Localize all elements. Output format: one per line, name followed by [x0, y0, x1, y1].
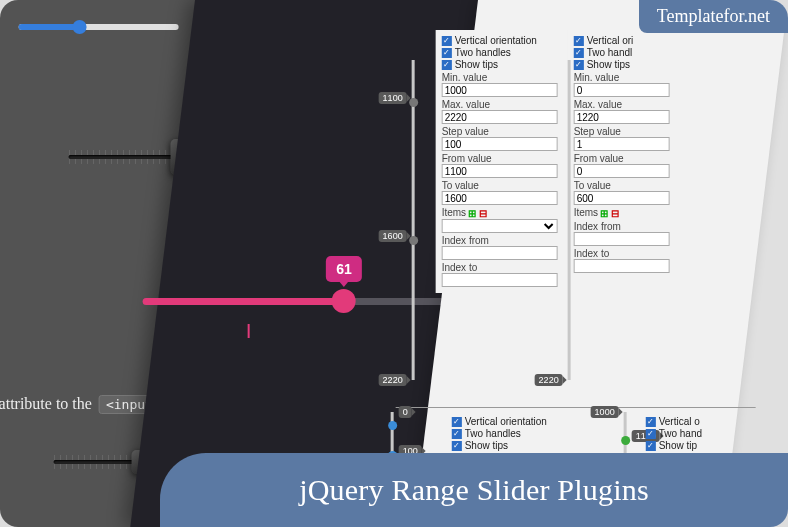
- handle[interactable]: [621, 436, 630, 445]
- label: To value: [442, 180, 558, 191]
- slider-thumb[interactable]: [332, 289, 356, 313]
- slider-thumb[interactable]: [72, 20, 86, 34]
- tooltip: 1000: [591, 406, 619, 418]
- lower-settings-b: Vertical o Two hand Show tip: [646, 415, 746, 452]
- label: From value: [442, 153, 558, 164]
- step-input[interactable]: [442, 137, 558, 151]
- lower-settings-a: Vertical orientation Two handles Show ti…: [452, 415, 622, 452]
- checkbox[interactable]: [452, 417, 462, 427]
- top-settings-row: 1100 1600 2220 Vertical orientation Two …: [436, 30, 756, 293]
- label: Show tip: [659, 440, 697, 451]
- add-icon[interactable]: ⊞: [600, 208, 608, 219]
- min-input[interactable]: [574, 83, 670, 97]
- checkbox[interactable]: [574, 60, 584, 70]
- index-from-input[interactable]: [442, 246, 558, 260]
- index-from-input[interactable]: [574, 232, 670, 246]
- label: Index to: [442, 262, 558, 273]
- tick-mark: [248, 324, 250, 338]
- label: Two hand: [659, 428, 702, 439]
- label: Step value: [574, 126, 670, 137]
- label: Items⊞ ⊟: [574, 207, 670, 219]
- end-label: 2220: [379, 374, 407, 386]
- divider: [396, 407, 756, 408]
- checkbox[interactable]: [646, 417, 656, 427]
- label: Step value: [442, 126, 558, 137]
- end-label: 2220: [535, 374, 563, 386]
- checkbox[interactable]: [452, 429, 462, 439]
- panel-settings: 1100 1600 2220 Vertical orientation Two …: [413, 0, 788, 527]
- checkbox[interactable]: [574, 36, 584, 46]
- step-input[interactable]: [574, 137, 670, 151]
- vertical-slider-1[interactable]: 1100 1600 2220: [412, 60, 415, 380]
- items-select[interactable]: [442, 219, 558, 233]
- label: Min. value: [574, 72, 670, 83]
- slider-track: [19, 24, 179, 30]
- max-input[interactable]: [442, 110, 558, 124]
- tooltip: 0: [399, 406, 412, 418]
- label: Two handles: [465, 428, 521, 439]
- label: Max. value: [574, 99, 670, 110]
- add-icon[interactable]: ⊞: [468, 208, 476, 219]
- label: Vertical orientation: [465, 416, 547, 427]
- slider-fill: [19, 24, 80, 30]
- label: From value: [574, 153, 670, 164]
- label: Show tips: [587, 59, 630, 70]
- checkbox[interactable]: [442, 60, 452, 70]
- label: Index to: [574, 248, 670, 259]
- remove-icon[interactable]: ⊟: [479, 208, 487, 219]
- settings-column-b: Vertical ori Two handl Show tips Min. va…: [568, 30, 676, 293]
- checkbox[interactable]: [646, 429, 656, 439]
- label: Show tips: [455, 59, 498, 70]
- label: To value: [574, 180, 670, 191]
- slider-blue[interactable]: 50: [19, 24, 179, 30]
- settings-column-a: Vertical orientation Two handles Show ti…: [436, 30, 564, 293]
- handle[interactable]: [388, 421, 397, 430]
- label: Show tips: [465, 440, 508, 451]
- checkbox[interactable]: [574, 48, 584, 58]
- checkbox[interactable]: [442, 48, 452, 58]
- tooltip: 1100: [379, 92, 407, 104]
- from-input[interactable]: [574, 164, 670, 178]
- tooltip: 1600: [379, 230, 407, 242]
- to-input[interactable]: [442, 191, 558, 205]
- checkbox[interactable]: [452, 441, 462, 451]
- label: Two handl: [587, 47, 633, 58]
- label: Vertical o: [659, 416, 700, 427]
- from-input[interactable]: [442, 164, 558, 178]
- remove-icon[interactable]: ⊟: [611, 208, 619, 219]
- slider-fill: [143, 298, 344, 305]
- label: Vertical orientation: [455, 35, 537, 46]
- watermark: Templatefor.net: [639, 0, 788, 33]
- checkbox[interactable]: [646, 441, 656, 451]
- index-to-input[interactable]: [574, 259, 670, 273]
- min-input[interactable]: [442, 83, 558, 97]
- label: Min. value: [442, 72, 558, 83]
- index-to-input[interactable]: [442, 273, 558, 287]
- text: attribute to the: [0, 395, 92, 412]
- label: Index from: [442, 235, 558, 246]
- collage: 50 72. attribute to the <input> e: [0, 0, 788, 527]
- label: Vertical ori: [587, 35, 634, 46]
- label: Items⊞ ⊟: [442, 207, 558, 219]
- label: Max. value: [442, 99, 558, 110]
- label: Index from: [574, 221, 670, 232]
- max-input[interactable]: [574, 110, 670, 124]
- to-input[interactable]: [574, 191, 670, 205]
- vertical-slider-2[interactable]: 2220: [568, 60, 571, 380]
- slider-tooltip: 61: [326, 256, 362, 282]
- label: Two handles: [455, 47, 511, 58]
- title-banner: jQuery Range Slider Plugins: [160, 453, 788, 527]
- checkbox[interactable]: [442, 36, 452, 46]
